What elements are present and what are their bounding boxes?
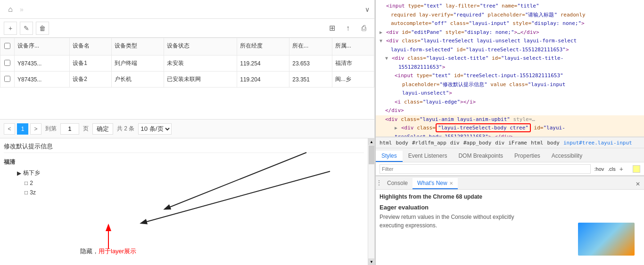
tab-console[interactable]: Console [382,178,413,189]
scroll-down-btn[interactable]: ▼ [368,258,375,265]
code-line-5: ▼ <div class="layui-treeSelect layui-uns… [376,37,644,46]
tab-properties[interactable]: Properties [509,151,546,162]
devtools-breadcrumb: html body #rldlfm_app div #app_body div … [376,137,644,148]
breadcrumb-body[interactable]: body [396,140,409,146]
pagination: < 1 > 到第 页 确定 共 2 条 10 条/页20 条/页50 条/页 [0,119,374,138]
expand-icon-7[interactable]: ▼ [385,55,390,62]
code-line-11: layui-unselect"> [376,89,644,98]
menu-icon[interactable]: ⋮ [376,176,382,189]
export-icon[interactable]: ↑ [341,22,355,35]
breadcrumb-rldlfm[interactable]: #rldlfm_app [412,140,446,146]
console-content: Highlights from the Chrome 68 update Eag… [376,190,644,265]
add-button[interactable]: + [4,22,17,35]
devtools-panel: <input type="text" lay-filter="tree" nam… [375,0,644,265]
expand-icon-5[interactable]: ▼ [380,37,384,44]
edit-button[interactable]: ✎ [20,22,33,35]
tree-file-icon: □ [25,180,28,186]
nav-bar: ⌂ » ∨ [0,0,374,19]
filter-plus-btn[interactable]: + [619,165,623,173]
breadcrumb-html[interactable]: html [380,140,392,146]
delete-button[interactable]: 🗑 [36,22,49,35]
code-line-1: <input type="text" lay-filter="tree" nam… [376,2,644,11]
breadcrumb-div1[interactable]: div [450,140,460,146]
lower-scroll[interactable]: ▲ ▼ [368,138,374,265]
checkbox-header[interactable] [0,38,15,56]
code-line-8: 1551282111653"> [376,63,644,72]
whats-new-close-icon[interactable]: ✕ [449,181,453,186]
section-title: 修改默认提示信息 [4,142,364,153]
console-tab-bar: ⋮ Console What's New ✕ ✕ [376,177,644,190]
code-line-12: <i class="layui-edge"></i> [376,98,644,107]
col-header-name: 设备名 [70,38,112,56]
code-line-7: ▼ <div class="layui-select-title" id="la… [376,54,644,63]
console-section-title: Eager evaluation [380,204,640,211]
row-seq-1: Y87435... [15,56,70,72]
tab-whats-new[interactable]: What's New ✕ [413,178,458,189]
col-header-lng: 所在经度 [237,38,289,56]
toolbar: + ✎ 🗑 ⊞ ↑ ⎙ [0,19,374,38]
code-line-2: required lay-verify="required" placehold… [376,11,644,20]
filter-hov-btn[interactable]: :hov [594,166,604,172]
devtools-close-btn[interactable]: ✕ [632,179,644,189]
total-count: 共 2 条 [117,125,134,133]
tree-node-yangxia[interactable]: ▶ 杨下乡 [11,168,364,178]
per-page-select[interactable]: 10 条/页20 条/页50 条/页 [138,123,172,135]
chevron-icon[interactable]: ∨ [365,6,370,13]
breadcrumb-input[interactable]: input#tree.layui-input [563,140,632,146]
left-panel: ⌂ » ∨ + ✎ 🗑 ⊞ ↑ ⎙ 设备序... 设备名 [0,0,375,265]
select-all-checkbox[interactable] [4,43,10,49]
filter-cls-btn[interactable]: .cls [608,166,616,172]
code-area: <input type="text" lay-filter="tree" nam… [376,0,644,137]
console-tab-label: Console [387,180,408,186]
code-line-4: ▶ <div id="editPane" style="display: non… [376,28,644,37]
breadcrumb-iframe[interactable]: iFrame [508,140,527,146]
page-confirm-button[interactable]: 确定 [92,123,113,135]
tab-styles[interactable]: Styles [376,151,403,162]
scroll-up-btn[interactable]: ▲ [368,138,375,145]
code-line-13: </div> [376,106,644,115]
code-line-16: treeSelect-body-1551282111653">…</div> [376,133,644,137]
row-type-1: 到户终端 [112,56,164,72]
tab-accessibility[interactable]: Accessibility [546,151,588,162]
prev-page-btn[interactable]: < [4,123,15,135]
tree-file-label: 3z [30,189,36,196]
page-goto-input[interactable] [60,123,79,135]
scroll-thumb[interactable] [369,145,374,164]
table-row[interactable]: Y87435... 设备1 到户终端 未安装 119.254 23.653 福清… [0,56,374,72]
code-line-6: layui-form-selected" id="layui-treeSelec… [376,46,644,55]
code-line-15: ▶ <div class="layui-treeSelect-body ctre… [376,124,644,133]
tab-event-listeners[interactable]: Event Listeners [403,151,453,162]
expand-icon-4[interactable]: ▶ [380,29,384,36]
row-name-1: 设备1 [70,56,112,72]
row-seq-2: Y87435... [15,72,70,88]
row-checkbox-2[interactable] [0,72,15,88]
tree-root-node[interactable]: 福清 [4,157,364,168]
filter-input[interactable] [380,164,591,174]
annotation-red-text: 用于layer展示 [99,248,136,255]
row-type-2: 户长机 [112,72,164,88]
forward-icon[interactable]: » [20,6,24,13]
breadcrumb-div2[interactable]: div [495,140,504,146]
tree-sub-children: □ 2 □ 3z [11,178,364,197]
breadcrumb-html2[interactable]: html [531,140,544,146]
tree-children: ▶ 杨下乡 □ 2 □ 3z [4,168,364,197]
filter-bar: :hov .cls + [376,162,644,176]
devtools-bottom: ⋮ Console What's New ✕ ✕ Highlights from… [376,176,644,265]
table-row[interactable]: Y87435... 设备2 户长机 已安装未联网 119.204 23.351 … [0,72,374,88]
row-lat-2: 23.351 [289,72,332,88]
code-line-10: placeholder="修改默认提示信息" value class="layu… [376,80,644,89]
home-icon[interactable]: ⌂ [5,4,16,15]
grid-icon[interactable]: ⊞ [325,22,339,35]
print-icon[interactable]: ⎙ [357,22,371,35]
row-lat-1: 23.653 [289,56,332,72]
tree-file-2[interactable]: □ 2 [19,178,364,188]
tab-dom-breakpoints[interactable]: DOM Breakpoints [453,151,509,162]
col-header-type: 设备类型 [112,38,164,56]
next-page-btn[interactable]: > [30,123,41,135]
expand-icon-15[interactable]: ▶ [395,124,399,131]
row-checkbox-1[interactable] [0,56,15,72]
breadcrumb-appbody[interactable]: #app_body [463,140,492,146]
tree-file-3z[interactable]: □ 3z [19,188,364,197]
lower-section: 修改默认提示信息 福清 ▶ 杨下乡 □ 2 □ [0,138,374,265]
breadcrumb-body2[interactable]: body [547,140,560,146]
